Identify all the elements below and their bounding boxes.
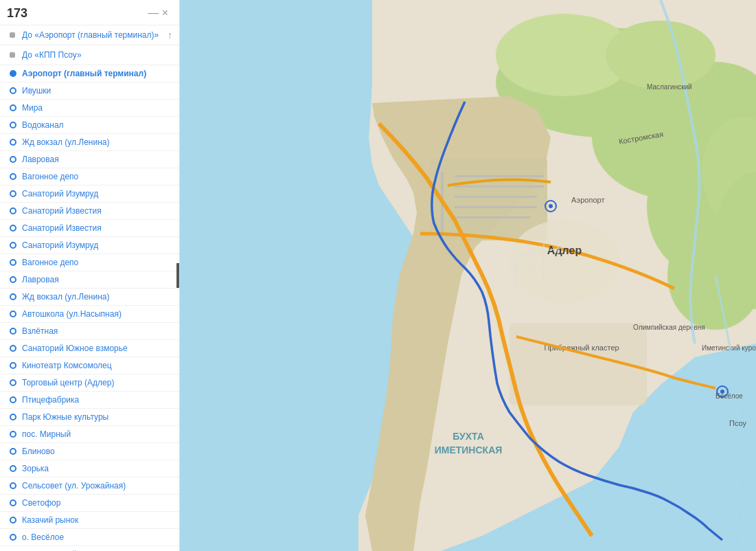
stop-item-10[interactable]: Санаторий Изумруд	[0, 237, 179, 254]
svg-text:ИМЕТИНСКАЯ: ИМЕТИНСКАЯ	[435, 445, 503, 456]
stop-item-18[interactable]: Торговый центр (Адлер)	[0, 374, 179, 392]
stop-name-9: Санаторий Известия	[22, 223, 172, 233]
stop-dot-4	[10, 139, 16, 146]
stop-item-2[interactable]: Мира	[0, 100, 179, 117]
svg-text:Псоу: Псоу	[729, 419, 747, 427]
svg-point-8	[606, 21, 715, 89]
stop-dot-9	[10, 225, 16, 232]
stop-item-11[interactable]: Вагонное депо	[0, 254, 179, 271]
stop-name-25: Светофор	[22, 498, 172, 508]
svg-rect-18	[455, 196, 537, 198]
stop-item-26[interactable]: Казачий рынок	[0, 512, 179, 529]
svg-text:Аэропорт: Аэропорт	[571, 196, 604, 204]
stop-dot-21	[10, 431, 16, 438]
stop-item-0[interactable]: Аэропорт (главный терминал)	[0, 65, 179, 82]
stop-item-28[interactable]: Псоу (Казачий рынок)	[0, 546, 179, 551]
stop-dot-22	[10, 448, 16, 455]
stop-name-27: о. Весёлое	[22, 532, 172, 542]
stop-name-14: Автошкола (ул.Насыпная)	[22, 309, 172, 319]
stop-item-14[interactable]: Автошкола (ул.Насыпная)	[0, 306, 179, 323]
stop-item-7[interactable]: Санаторий Изумруд	[0, 185, 179, 203]
svg-rect-1	[10, 52, 15, 58]
close-button[interactable]: — ×	[144, 5, 172, 21]
stop-item-4[interactable]: Жд вокзал (ул.Ленина)	[0, 134, 179, 151]
stop-name-8: Санаторий Известия	[22, 206, 172, 216]
stop-name-23: Зорька	[22, 464, 172, 473]
stop-name-16: Санаторий Южное взморье	[22, 344, 172, 353]
stop-name-20: Парк Южные культуры	[22, 412, 172, 422]
stop-name-19: Птицефабрика	[22, 395, 172, 405]
stop-dot-14	[10, 311, 16, 317]
stop-dot-13	[10, 293, 16, 300]
stop-name-4: Жд вокзал (ул.Ленина)	[22, 137, 172, 147]
stop-dot-0	[10, 70, 16, 77]
stop-name-15: Взлётная	[22, 326, 172, 336]
direction-to-kspp[interactable]: До «КПП Псоу»	[0, 45, 179, 65]
stop-item-8[interactable]: Санаторий Известия	[0, 203, 179, 220]
stop-dot-10	[10, 242, 16, 249]
stop-dot-23	[10, 465, 16, 472]
svg-text:БУХТА: БУХТА	[453, 431, 484, 442]
stop-name-7: Санаторий Изумруд	[22, 189, 172, 199]
stop-item-24[interactable]: Сельсовет (ул. Урожайная)	[0, 477, 179, 495]
svg-rect-20	[455, 216, 530, 218]
map-svg: Адлер БУХТА ИМЕТИНСКАЯ Прибрежный класте…	[180, 0, 756, 551]
stop-item-6[interactable]: Вагонное депо	[0, 168, 179, 185]
stop-item-3[interactable]: Водоканал	[0, 117, 179, 134]
sidebar: 173 — × До «Аэропорт (главный терминал)»…	[0, 0, 180, 551]
stop-item-22[interactable]: Блиново	[0, 443, 179, 460]
direction-to-airport[interactable]: До «Аэропорт (главный терминал)» ↑	[0, 25, 179, 45]
stop-name-13: Жд вокзал (ул.Ленина)	[22, 292, 172, 302]
stop-item-20[interactable]: Парк Южные культуры	[0, 409, 179, 426]
stop-item-13[interactable]: Жд вокзал (ул.Ленина)	[0, 289, 179, 306]
stop-name-24: Сельсовет (ул. Урожайная)	[22, 481, 172, 491]
stop-name-11: Вагонное депо	[22, 258, 172, 267]
svg-rect-17	[455, 185, 544, 188]
stop-dot-6	[10, 173, 16, 180]
stop-dot-5	[10, 156, 16, 163]
stop-item-17[interactable]: Кинотеатр Комсомолец	[0, 357, 179, 374]
stop-name-26: Казачий рынок	[22, 515, 172, 525]
stop-dot-18	[10, 379, 16, 386]
stop-item-9[interactable]: Санаторий Известия	[0, 220, 179, 237]
stop-name-6: Вагонное депо	[22, 172, 172, 181]
svg-rect-0	[10, 32, 15, 38]
stop-item-27[interactable]: о. Весёлое	[0, 529, 179, 546]
stop-name-18: Торговый центр (Адлер)	[22, 378, 172, 387]
stop-item-1[interactable]: Ивушки	[0, 82, 179, 100]
stop-item-15[interactable]: Взлётная	[0, 323, 179, 340]
stop-dot-25	[10, 499, 16, 506]
stop-dot-26	[10, 517, 16, 524]
stop-item-5[interactable]: Лавровая	[0, 151, 179, 168]
svg-text:Олимпийская деревня: Олимпийская деревня	[633, 324, 705, 331]
stop-name-5: Лавровая	[22, 155, 172, 164]
stop-item-21[interactable]: пос. Мирный	[0, 426, 179, 443]
svg-point-24	[549, 204, 553, 208]
svg-rect-14	[431, 158, 547, 240]
stop-dot-17	[10, 362, 16, 369]
stop-dot-19	[10, 396, 16, 403]
adler-label: Адлер	[547, 245, 582, 256]
stops-list: Аэропорт (главный терминал)ИвушкиМираВод…	[0, 65, 179, 551]
stop-item-25[interactable]: Светофор	[0, 495, 179, 512]
svg-text:Маслагинский: Маслагинский	[647, 83, 692, 91]
direction-scroll-up: ↑	[168, 30, 172, 41]
stop-item-19[interactable]: Птицефабрика	[0, 392, 179, 409]
stop-name-0: Аэропорт (главный терминал)	[22, 69, 172, 78]
direction-up-icon	[7, 30, 18, 41]
stop-name-2: Мира	[22, 103, 172, 113]
sidebar-toggle-button[interactable]: →	[176, 263, 180, 288]
svg-rect-19	[455, 206, 537, 208]
svg-rect-16	[455, 175, 544, 177]
stop-name-1: Ивушки	[22, 86, 172, 95]
stop-name-12: Лавровая	[22, 275, 172, 284]
stop-item-23[interactable]: Зорька	[0, 460, 179, 477]
stop-name-21: пос. Мирный	[22, 429, 172, 439]
stop-dot-12	[10, 276, 16, 283]
stop-item-12[interactable]: Лавровая	[0, 271, 179, 289]
sidebar-header: 173 — ×	[0, 0, 179, 25]
stop-item-16[interactable]: Санаторий Южное взморье	[0, 340, 179, 357]
stop-dot-24	[10, 482, 16, 489]
map-container[interactable]: Адлер БУХТА ИМЕТИНСКАЯ Прибрежный класте…	[180, 0, 756, 551]
stop-dot-15	[10, 328, 16, 335]
